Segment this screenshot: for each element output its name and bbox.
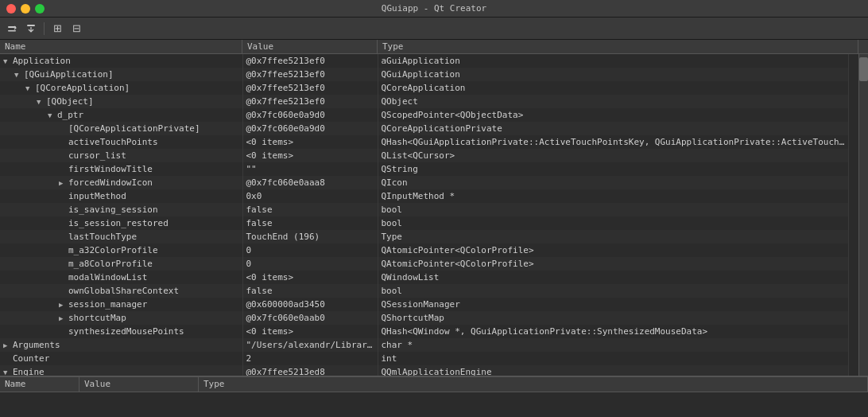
table-row[interactable]: activeTouchPoints<0 items>QHash<QGuiAppl… bbox=[0, 135, 849, 149]
value-cell: <0 items> bbox=[242, 271, 378, 284]
table-row[interactable]: shortcutMap@0x7fc060e0aab0QShortcutMap bbox=[0, 311, 849, 325]
table-row[interactable]: Application@0x7ffee5213ef0aGuiApplicatio… bbox=[0, 54, 849, 68]
toolbar-btn-2[interactable] bbox=[22, 21, 40, 37]
type-cell: QObject bbox=[378, 95, 849, 108]
table-scroll[interactable]: Application@0x7ffee5213ef0aGuiApplicatio… bbox=[0, 54, 858, 376]
bottom-panel: Name Value Type bbox=[0, 376, 868, 417]
type-cell: QIcon bbox=[378, 176, 849, 189]
toolbar-btn-3[interactable]: ⊞ bbox=[48, 21, 66, 37]
table-row[interactable]: [QObject]@0x7ffee5213ef0QObject bbox=[0, 95, 849, 108]
value-cell: @0x7ffee5213ef0 bbox=[242, 68, 378, 81]
expand-arrow[interactable] bbox=[59, 179, 68, 187]
table-row[interactable]: ownGlobalShareContextfalsebool bbox=[0, 284, 849, 298]
expand-arrow[interactable] bbox=[37, 98, 46, 106]
table-row[interactable]: is_saving_sessionfalsebool bbox=[0, 203, 849, 216]
name-cell: modalWindowList bbox=[0, 271, 242, 284]
expand-arrow[interactable] bbox=[14, 71, 24, 79]
value-cell: @0x7fc060e0a9d0 bbox=[242, 108, 378, 122]
type-cell: Type bbox=[378, 230, 849, 244]
variable-name: activeTouchPoints bbox=[68, 137, 158, 147]
svg-rect-2 bbox=[27, 25, 35, 26]
type-cell: bool bbox=[378, 203, 849, 216]
name-cell: lastTouchType bbox=[0, 230, 242, 244]
expand-arrow[interactable] bbox=[59, 301, 68, 309]
table-row[interactable]: forcedWindowIcon@0x7fc060e0aaa8QIcon bbox=[0, 176, 849, 189]
close-button[interactable] bbox=[6, 4, 16, 14]
variable-name: cursor_list bbox=[68, 150, 126, 161]
table-row[interactable]: Arguments"/Users/alexandr/Library..."cha… bbox=[0, 338, 849, 352]
type-cell: char * bbox=[378, 338, 849, 352]
variable-name: Arguments bbox=[13, 340, 60, 350]
scrollbar-thumb[interactable] bbox=[859, 57, 868, 81]
value-cell: @0x7ffee5213ef0 bbox=[242, 54, 378, 68]
value-cell: false bbox=[242, 216, 378, 230]
expand-arrow[interactable] bbox=[48, 111, 57, 119]
type-cell: aGuiApplication bbox=[378, 54, 849, 68]
variable-name: is_session_restored bbox=[68, 218, 169, 228]
value-cell: @0x7ffee5213ed8 bbox=[242, 365, 378, 376]
table-row[interactable]: synthesizedMousePoints<0 items>QHash<QWi… bbox=[0, 325, 849, 338]
name-cell: Arguments bbox=[0, 338, 242, 352]
value-cell: TouchEnd (196) bbox=[242, 230, 378, 244]
table-row[interactable]: lastTouchTypeTouchEnd (196)Type bbox=[0, 230, 849, 244]
type-cell: QAtomicPointer<QColorProfile> bbox=[378, 257, 849, 271]
toolbar-btn-1[interactable] bbox=[3, 21, 21, 37]
table-row[interactable]: m_a32ColorProfile0QAtomicPointer<QColorP… bbox=[0, 244, 849, 257]
value-cell: 2 bbox=[242, 352, 378, 365]
variable-name: m_a32ColorProfile bbox=[68, 245, 158, 255]
table-row[interactable]: modalWindowList<0 items>QWindowList bbox=[0, 271, 849, 284]
type-cell: QCoreApplication bbox=[378, 81, 849, 95]
table-row[interactable]: is_session_restoredfalsebool bbox=[0, 216, 849, 230]
table-row[interactable]: cursor_list<0 items>QList<QCursor> bbox=[0, 149, 849, 162]
value-cell: "" bbox=[242, 162, 378, 176]
value-cell: 0 bbox=[242, 244, 378, 257]
table-row[interactable]: m_a8ColorProfile0QAtomicPointer<QColorPr… bbox=[0, 257, 849, 271]
bottom-col-value: Value bbox=[79, 377, 199, 392]
variable-name: lastTouchType bbox=[68, 232, 137, 242]
expand-arrow[interactable] bbox=[25, 84, 35, 92]
table-row[interactable]: d_ptr@0x7fc060e0a9d0QScopedPointer<QObje… bbox=[0, 108, 849, 122]
scrollbar-space bbox=[858, 40, 868, 53]
toolbar-btn-4[interactable]: ⊟ bbox=[68, 21, 85, 37]
variable-name: m_a8ColorProfile bbox=[68, 259, 153, 269]
name-cell: inputMethod bbox=[0, 189, 242, 203]
variable-name: firstWindowTitle bbox=[68, 164, 153, 174]
right-scrollbar[interactable] bbox=[858, 54, 868, 376]
name-cell: Counter bbox=[0, 352, 242, 365]
value-cell: <0 items> bbox=[242, 135, 378, 149]
name-cell: [QCoreApplicationPrivate] bbox=[0, 122, 242, 135]
expand-arrow[interactable] bbox=[3, 341, 13, 349]
name-cell: is_session_restored bbox=[0, 216, 242, 230]
bottom-col-type: Type bbox=[199, 377, 868, 392]
col-header-value: Value bbox=[242, 40, 378, 53]
minimize-button[interactable] bbox=[21, 4, 30, 14]
name-cell: cursor_list bbox=[0, 149, 242, 162]
type-cell: QList<QCursor> bbox=[378, 149, 849, 162]
expand-arrow[interactable] bbox=[59, 314, 68, 322]
table-row[interactable]: [QGuiApplication]@0x7ffee5213ef0QGuiAppl… bbox=[0, 68, 849, 81]
variable-name: inputMethod bbox=[68, 191, 126, 201]
window-title: QGuiapp - Qt Creator bbox=[382, 3, 486, 14]
value-cell: false bbox=[242, 284, 378, 298]
type-cell: int bbox=[378, 352, 849, 365]
svg-rect-1 bbox=[8, 30, 16, 32]
table-row[interactable]: [QCoreApplicationPrivate]@0x7fc060e0a9d0… bbox=[0, 122, 849, 135]
col-header-type: Type bbox=[378, 40, 858, 53]
maximize-button[interactable] bbox=[35, 4, 45, 14]
name-cell: Application bbox=[0, 54, 242, 68]
expand-arrow[interactable] bbox=[3, 57, 13, 65]
table-row[interactable]: Engine@0x7ffee5213ed8QQmlApplicationEngi… bbox=[0, 365, 849, 376]
table-row[interactable]: inputMethod0x0QInputMethod * bbox=[0, 189, 849, 203]
type-cell: QScopedPointer<QObjectData> bbox=[378, 108, 849, 122]
col-header-name: Name bbox=[0, 40, 242, 53]
expand-arrow[interactable] bbox=[3, 368, 13, 376]
table-row[interactable]: session_manager@0x600000ad3450QSessionMa… bbox=[0, 298, 849, 311]
value-cell: <0 items> bbox=[242, 149, 378, 162]
table-row[interactable]: [QCoreApplication]@0x7ffee5213ef0QCoreAp… bbox=[0, 81, 849, 95]
table-row[interactable]: firstWindowTitle""QString bbox=[0, 162, 849, 176]
variable-name: [QGuiApplication] bbox=[24, 69, 114, 80]
type-cell: QHash<QGuiApplicationPrivate::ActiveTouc… bbox=[378, 135, 849, 149]
value-cell: @0x7fc060e0aaa8 bbox=[242, 176, 378, 189]
table-row[interactable]: Counter2int bbox=[0, 352, 849, 365]
table-header: Name Value Type bbox=[0, 40, 868, 54]
